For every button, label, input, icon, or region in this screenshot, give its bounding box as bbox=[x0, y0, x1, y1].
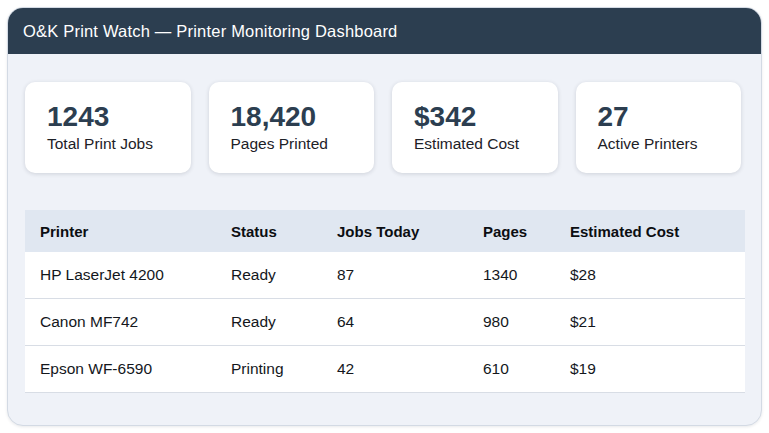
dashboard-panel: O&K Print Watch — Printer Monitoring Das… bbox=[7, 7, 762, 426]
column-header-printer: Printer bbox=[25, 210, 216, 252]
cell-jobs-today: 42 bbox=[322, 346, 468, 393]
column-header-jobs-today: Jobs Today bbox=[322, 210, 468, 252]
table-row-canon-mf742[interactable]: Canon MF742 Ready 64 980 $21 bbox=[25, 299, 745, 346]
stat-value: $342 bbox=[414, 102, 558, 131]
cell-printer: Epson WF-6590 bbox=[25, 346, 216, 393]
stat-label: Active Printers bbox=[598, 135, 742, 153]
stat-label: Estimated Cost bbox=[414, 135, 558, 153]
column-header-pages: Pages bbox=[468, 210, 555, 252]
cell-jobs-today: 64 bbox=[322, 299, 468, 346]
cell-estimated-cost: $19 bbox=[555, 346, 745, 393]
cell-pages: 1340 bbox=[468, 252, 555, 299]
app-header: O&K Print Watch — Printer Monitoring Das… bbox=[8, 8, 761, 54]
stat-card-active-printers: 27 Active Printers bbox=[576, 82, 742, 173]
printer-table-area: Printer Status Jobs Today Pages Estimate… bbox=[25, 210, 737, 393]
column-header-status: Status bbox=[216, 210, 322, 252]
cell-pages: 980 bbox=[468, 299, 555, 346]
stat-label: Total Print Jobs bbox=[47, 135, 191, 153]
stat-value: 1243 bbox=[47, 102, 191, 131]
stat-card-total-print-jobs: 1243 Total Print Jobs bbox=[25, 82, 191, 173]
stat-card-estimated-cost: $342 Estimated Cost bbox=[392, 82, 558, 173]
stats-row: 1243 Total Print Jobs 18,420 Pages Print… bbox=[8, 54, 761, 173]
stat-label: Pages Printed bbox=[231, 135, 375, 153]
table-header-row: Printer Status Jobs Today Pages Estimate… bbox=[25, 210, 745, 252]
table-row-hp-laserjet-4200[interactable]: HP LaserJet 4200 Ready 87 1340 $28 bbox=[25, 252, 745, 299]
app-title: O&K Print Watch — Printer Monitoring Das… bbox=[23, 22, 397, 41]
cell-printer: HP LaserJet 4200 bbox=[25, 252, 216, 299]
stat-value: 18,420 bbox=[231, 102, 375, 131]
cell-printer: Canon MF742 bbox=[25, 299, 216, 346]
cell-jobs-today: 87 bbox=[322, 252, 468, 299]
cell-status: Printing bbox=[216, 346, 322, 393]
cell-status: Ready bbox=[216, 252, 322, 299]
column-header-estimated-cost: Estimated Cost bbox=[555, 210, 745, 252]
cell-estimated-cost: $28 bbox=[555, 252, 745, 299]
cell-pages: 610 bbox=[468, 346, 555, 393]
cell-estimated-cost: $21 bbox=[555, 299, 745, 346]
table-row-epson-wf-6590[interactable]: Epson WF-6590 Printing 42 610 $19 bbox=[25, 346, 745, 393]
cell-status: Ready bbox=[216, 299, 322, 346]
stat-value: 27 bbox=[598, 102, 742, 131]
printer-table: Printer Status Jobs Today Pages Estimate… bbox=[25, 210, 745, 393]
stat-card-pages-printed: 18,420 Pages Printed bbox=[209, 82, 375, 173]
